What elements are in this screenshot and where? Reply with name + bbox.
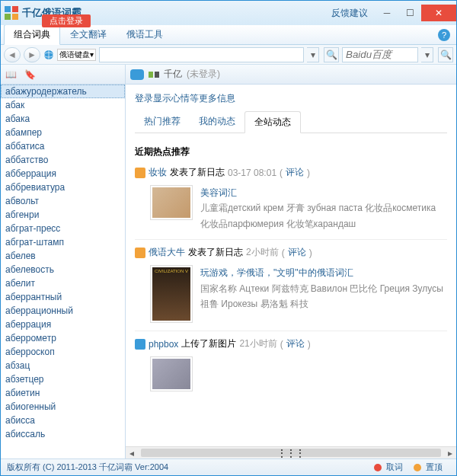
- web-search-button[interactable]: 🔍: [438, 47, 453, 62]
- tab-dictionary[interactable]: 组合词典: [4, 24, 60, 45]
- bookmark-icon[interactable]: 🔖: [24, 69, 36, 80]
- svg-rect-3: [12, 14, 18, 20]
- feed-heading: 近期热点推荐: [135, 145, 447, 158]
- tab-hot[interactable]: 热门推荐: [135, 111, 190, 133]
- post-badge-icon: [135, 248, 145, 258]
- help-icon[interactable]: ?: [438, 29, 450, 41]
- feed-post: 妆妆 发表了新日志 03-17 08:01 (评论) 美容词汇 儿童霜детск…: [135, 166, 447, 240]
- pick-word-icon: [374, 464, 382, 471]
- word-item[interactable]: абампер: [1, 126, 125, 139]
- panel-app-name: 千亿: [164, 68, 182, 81]
- comment-link[interactable]: 评论: [286, 337, 305, 350]
- word-item[interactable]: аберрометр: [1, 331, 125, 345]
- post-description: 儿童霜детский крем 牙膏 зубная паста 化妆品косме…: [200, 200, 447, 232]
- web-search-dropdown[interactable]: ▾: [421, 47, 433, 62]
- search-input[interactable]: [99, 47, 304, 62]
- post-title-link[interactable]: 玩游戏，学俄语，"文明"中的俄语词汇: [200, 265, 447, 280]
- minimize-button[interactable]: ─: [376, 5, 398, 21]
- post-user-link[interactable]: 俄语大牛: [149, 246, 185, 259]
- comment-link[interactable]: 评论: [286, 166, 304, 179]
- tab-mine[interactable]: 我的动态: [190, 111, 244, 133]
- svg-rect-7: [149, 72, 153, 78]
- app-logo-icon: [4, 5, 19, 21]
- search-dropdown[interactable]: ▾: [307, 47, 319, 62]
- tab-tools[interactable]: 俄语工具: [117, 24, 173, 44]
- post-title-link[interactable]: 美容词汇: [200, 185, 447, 200]
- options-icon: [414, 464, 421, 471]
- word-item[interactable]: абграт-штамп: [1, 235, 125, 249]
- svg-rect-2: [5, 14, 11, 20]
- word-list[interactable]: абажуродержательабакабакаабампераббатиса…: [1, 85, 125, 458]
- word-item[interactable]: абак: [1, 98, 125, 112]
- options-link[interactable]: 置顶: [426, 462, 443, 473]
- post-thumbnail[interactable]: [150, 185, 193, 220]
- close-button[interactable]: ✕: [421, 5, 456, 21]
- word-item[interactable]: абзац: [1, 359, 125, 372]
- book-icon[interactable]: 📖: [5, 69, 17, 80]
- scroll-right-button[interactable]: ▸: [444, 447, 456, 458]
- sidebar: 📖 🔖 абажуродержательабакабакаабамперабба…: [1, 65, 126, 458]
- feed: 近期热点推荐 妆妆 发表了新日志 03-17 08:01 (评论) 美容词汇 儿…: [126, 133, 456, 446]
- word-item[interactable]: абвольт: [1, 194, 125, 208]
- word-item[interactable]: аберрационный: [1, 304, 125, 318]
- scroll-left-button[interactable]: ◂: [126, 447, 138, 458]
- word-item[interactable]: аббревиатура: [1, 180, 125, 194]
- comment-link[interactable]: 评论: [288, 246, 306, 259]
- word-item[interactable]: абелит: [1, 276, 125, 290]
- feed-post: 俄语大牛 发表了新日志 2小时前 (评论) CIVILIZATION V 玩游戏…: [135, 246, 447, 331]
- qianyi-icon: [149, 69, 159, 80]
- back-button[interactable]: ◄: [4, 47, 21, 62]
- word-item[interactable]: абелев: [1, 249, 125, 263]
- globe-icon[interactable]: [43, 50, 54, 60]
- horizontal-scrollbar[interactable]: ◂ ⋮⋮⋮ ▸: [126, 446, 456, 458]
- post-thumbnail[interactable]: [150, 356, 193, 391]
- search-button[interactable]: 🔍: [324, 47, 339, 62]
- word-item[interactable]: абака: [1, 112, 125, 126]
- tab-site[interactable]: 全站动态: [244, 111, 301, 133]
- content-area: 📖 🔖 абажуродержательабакабакаабамперабба…: [1, 65, 456, 458]
- pick-word-toggle[interactable]: 取词: [386, 462, 403, 473]
- feed-post: phpbox 上传了新图片 21小时前 (评论): [135, 337, 447, 399]
- word-item[interactable]: аберрация: [1, 318, 125, 331]
- keyboard-select[interactable]: 俄语键盘 ▾: [57, 49, 96, 61]
- word-item[interactable]: абграт-пресс: [1, 222, 125, 235]
- login-info-link[interactable]: 登录显示心情等更多信息: [135, 92, 447, 105]
- word-item[interactable]: абажуродержатель: [1, 85, 125, 98]
- svg-rect-0: [5, 6, 11, 12]
- post-user-link[interactable]: 妆妆: [149, 166, 167, 179]
- word-item[interactable]: абиогенный: [1, 400, 125, 414]
- word-item[interactable]: абгенри: [1, 208, 125, 222]
- word-item[interactable]: аберрантный: [1, 290, 125, 304]
- word-item[interactable]: абелевость: [1, 263, 125, 276]
- word-item[interactable]: абиссаль: [1, 427, 125, 441]
- status-bar: 版权所有 (C) 2011-2013 千亿词霸 Ver:2004 取词 置顶: [1, 458, 456, 475]
- feed-tabs: 热门推荐 我的动态 全站动态: [135, 111, 447, 133]
- post-action: 发表了新日志: [188, 246, 243, 259]
- post-thumbnail[interactable]: CIVILIZATION V: [150, 265, 193, 323]
- web-search-input[interactable]: [342, 47, 418, 62]
- post-action: 上传了新图片: [181, 337, 236, 350]
- word-item[interactable]: аббатство: [1, 153, 125, 167]
- post-badge-icon: [135, 168, 145, 178]
- main-panel: 千亿 (未登录) 登录显示心情等更多信息 热门推荐 我的动态 全站动态 近期热点…: [126, 65, 456, 458]
- post-time: 03-17 08:01: [228, 168, 276, 178]
- toolbar: ◄ ► 俄语键盘 ▾ ▾ 🔍 ▾ 🔍: [1, 45, 456, 65]
- word-item[interactable]: абисса: [1, 414, 125, 427]
- word-item[interactable]: аббатиса: [1, 139, 125, 153]
- cloud-icon[interactable]: [130, 69, 144, 80]
- word-item[interactable]: абзетцер: [1, 372, 125, 386]
- post-description: 国家名称 Ацтеки 阿兹特克 Вавилон 巴比伦 Греция Зулу…: [200, 281, 447, 312]
- login-button[interactable]: 点击登录: [42, 14, 91, 27]
- scroll-thumb[interactable]: ⋮⋮⋮: [141, 449, 441, 457]
- word-item[interactable]: абберрация: [1, 167, 125, 180]
- word-item[interactable]: аберроскоп: [1, 345, 125, 359]
- feedback-link[interactable]: 反馈建议: [331, 7, 368, 20]
- maximize-button[interactable]: ☐: [398, 5, 421, 21]
- app-window: 千亿俄语词霸 点击登录 反馈建议 ─ ☐ ✕ 组合词典 全文翻译 俄语工具 ? …: [0, 0, 457, 476]
- post-time: 21小时前: [239, 337, 276, 350]
- panel-header: 千亿 (未登录): [126, 65, 456, 85]
- forward-button[interactable]: ►: [24, 47, 40, 62]
- post-action: 发表了新日志: [170, 166, 225, 179]
- post-user-link[interactable]: phpbox: [149, 339, 178, 350]
- word-item[interactable]: абиетин: [1, 386, 125, 400]
